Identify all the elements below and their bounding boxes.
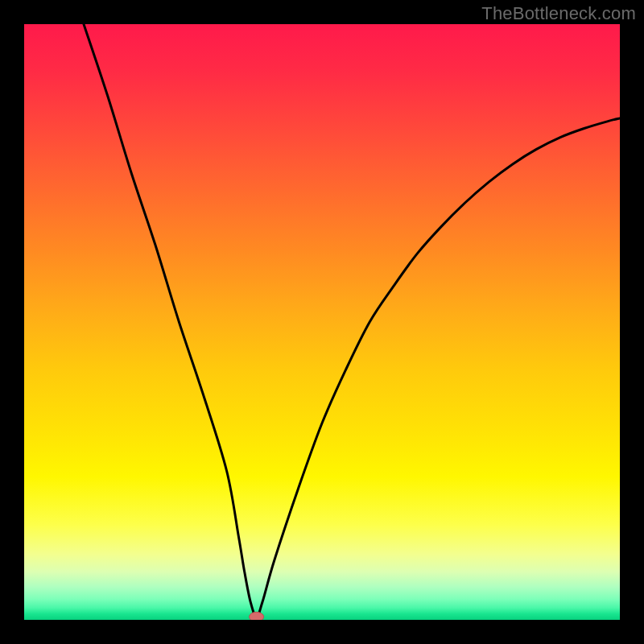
bottleneck-curve-svg (24, 24, 620, 620)
minimum-marker (250, 612, 264, 620)
plot-area (24, 24, 620, 620)
watermark-text: TheBottleneck.com (481, 3, 636, 24)
chart-frame: TheBottleneck.com (0, 0, 644, 644)
bottleneck-curve (84, 24, 620, 617)
